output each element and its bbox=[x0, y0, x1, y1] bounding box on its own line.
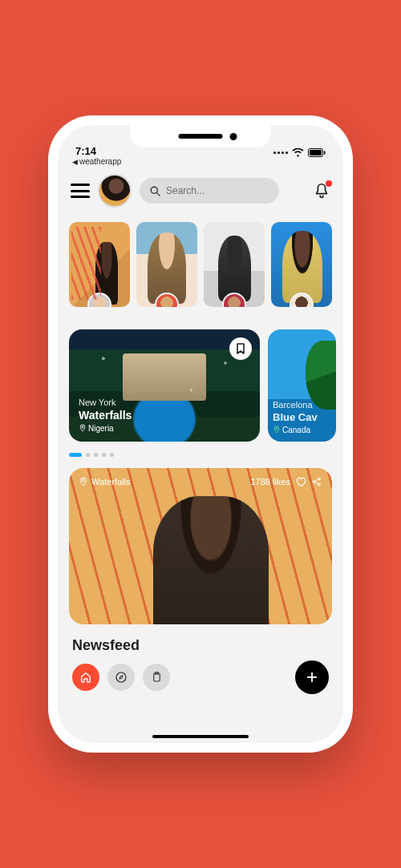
story-avatar bbox=[87, 293, 111, 307]
add-button[interactable] bbox=[295, 660, 329, 694]
menu-button[interactable] bbox=[71, 184, 90, 198]
top-bar: Search... bbox=[58, 166, 343, 216]
pin-icon bbox=[79, 424, 87, 432]
svg-point-6 bbox=[276, 428, 278, 430]
feed-location: Waterfalls bbox=[91, 477, 131, 486]
svg-point-10 bbox=[318, 483, 321, 486]
nav-explore-button[interactable] bbox=[107, 664, 135, 691]
story-avatar bbox=[155, 293, 179, 307]
destination-city: New York bbox=[79, 397, 132, 408]
clipboard-icon bbox=[151, 671, 163, 684]
carousel-dot[interactable] bbox=[110, 453, 114, 457]
battery-icon bbox=[308, 148, 326, 157]
user-avatar[interactable] bbox=[98, 174, 132, 208]
home-indicator[interactable] bbox=[152, 735, 249, 738]
destination-card[interactable]: New York Waterfalls Nigeria bbox=[69, 329, 260, 442]
compass-icon bbox=[115, 671, 128, 684]
bookmark-button[interactable] bbox=[229, 337, 252, 360]
story-avatar bbox=[222, 293, 246, 307]
wifi-icon bbox=[292, 148, 304, 157]
notch bbox=[131, 125, 271, 147]
svg-point-13 bbox=[116, 672, 126, 682]
svg-point-5 bbox=[82, 426, 84, 429]
home-icon bbox=[79, 671, 92, 684]
svg-point-7 bbox=[83, 479, 85, 482]
svg-line-4 bbox=[156, 192, 160, 196]
svg-rect-1 bbox=[310, 150, 322, 155]
screen: 7:14 weatherapp Search... bbox=[58, 125, 343, 743]
cellular-icon bbox=[273, 151, 288, 154]
svg-line-11 bbox=[315, 479, 318, 481]
destination-name: Blue Cav bbox=[273, 411, 318, 425]
nav-clipboard-button[interactable] bbox=[143, 664, 170, 691]
story-item[interactable] bbox=[271, 222, 332, 307]
pin-icon bbox=[79, 477, 88, 486]
stories-row bbox=[58, 216, 343, 307]
nav-home-button[interactable] bbox=[72, 664, 99, 691]
bookmark-icon bbox=[236, 343, 245, 354]
carousel-dot[interactable] bbox=[86, 453, 90, 457]
carousel-dot-active[interactable] bbox=[69, 453, 82, 457]
newsfeed-title: Newsfeed bbox=[58, 624, 343, 660]
feed-likes-text: 1788 likes bbox=[250, 477, 290, 486]
story-item[interactable] bbox=[136, 222, 197, 307]
destination-name: Waterfalls bbox=[79, 408, 132, 422]
destination-text: New York Waterfalls Nigeria bbox=[79, 397, 132, 433]
svg-rect-2 bbox=[324, 151, 326, 155]
story-item[interactable] bbox=[69, 222, 130, 307]
status-time: 7:14 bbox=[75, 145, 96, 157]
phone-frame: 7:14 weatherapp Search... bbox=[48, 115, 353, 753]
destination-country: Canada bbox=[273, 425, 318, 435]
carousel-dot[interactable] bbox=[94, 453, 98, 457]
share-icon[interactable] bbox=[311, 476, 322, 487]
destination-city: Barcelona bbox=[273, 399, 318, 410]
search-icon bbox=[149, 185, 161, 197]
story-avatar bbox=[290, 293, 314, 307]
destination-card[interactable]: Barcelona Blue Cav Canada bbox=[268, 329, 336, 442]
svg-point-9 bbox=[318, 478, 321, 480]
feed-card-header: Waterfalls 1788 likes bbox=[79, 476, 322, 487]
back-to-app[interactable]: weatherapp bbox=[58, 157, 343, 166]
notifications-button[interactable] bbox=[313, 182, 330, 200]
feed-likes: 1788 likes bbox=[250, 476, 322, 487]
carousel-dot[interactable] bbox=[102, 453, 106, 457]
plus-icon bbox=[305, 670, 319, 684]
search-placeholder: Search... bbox=[166, 185, 205, 196]
heart-icon[interactable] bbox=[295, 476, 306, 487]
notification-badge bbox=[326, 180, 332, 187]
search-input[interactable]: Search... bbox=[140, 178, 279, 204]
feed-card[interactable]: Waterfalls 1788 likes bbox=[69, 468, 332, 624]
status-right bbox=[273, 148, 326, 157]
story-item[interactable] bbox=[204, 222, 265, 307]
pin-icon bbox=[273, 426, 281, 434]
svg-line-12 bbox=[315, 482, 318, 483]
carousel-dots bbox=[58, 442, 343, 457]
bottom-nav bbox=[58, 660, 343, 694]
destinations-row: New York Waterfalls Nigeria Barcelona Bl… bbox=[58, 307, 343, 442]
destination-country: Nigeria bbox=[79, 423, 132, 434]
destination-text: Barcelona Blue Cav Canada bbox=[273, 399, 318, 434]
svg-point-8 bbox=[313, 480, 315, 482]
